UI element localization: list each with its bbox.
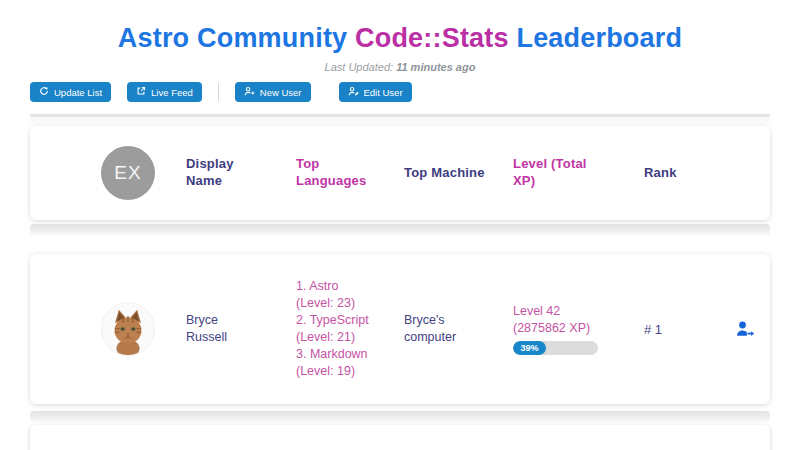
toolbar-right-group: New User Edit User — [235, 82, 412, 102]
language-name: 3. Markdown — [296, 346, 404, 363]
example-avatar-text: EX — [114, 162, 141, 184]
column-header-top-languages: Top Languages — [296, 156, 378, 190]
list-top-edge — [30, 114, 770, 117]
rank: # 1 — [644, 322, 734, 337]
external-link-icon — [136, 86, 146, 98]
column-header-rank: Rank — [644, 165, 726, 182]
title-part-community: Astro Community — [118, 23, 348, 53]
language-level: (Level: 23) — [296, 295, 404, 312]
column-header-level-xp: Level (Total XP) — [513, 156, 595, 190]
table-row-partial — [30, 425, 770, 450]
title-part-codestats: Code::Stats — [355, 23, 509, 53]
title-part-leaderboard: Leaderboard — [516, 23, 682, 53]
user-avatar-cell — [30, 302, 186, 356]
view-user-button[interactable] — [734, 319, 756, 339]
table-row: Bryce Russell 1. Astro (Level: 23) 2. Ty… — [30, 254, 770, 404]
live-feed-button[interactable]: Live Feed — [127, 82, 202, 102]
level-progress-label: 39% — [521, 342, 539, 354]
update-list-label: Update List — [54, 87, 102, 98]
edit-user-label: Edit User — [364, 87, 403, 98]
edit-user-button[interactable]: Edit User — [339, 82, 412, 102]
card-gap-shadow — [30, 411, 770, 422]
person-plus-icon — [244, 86, 255, 99]
card-gap-shadow — [30, 224, 770, 235]
row-actions — [734, 319, 770, 339]
example-avatar: EX — [101, 146, 155, 200]
user-avatar — [101, 302, 155, 356]
toolbar-left-group: Update List Live Feed — [30, 82, 202, 102]
person-arrow-icon — [734, 327, 756, 342]
cat-photo-illustration — [102, 303, 154, 355]
level-cell: Level 42 (2875862 XP) 39% — [513, 303, 644, 355]
top-languages: 1. Astro (Level: 23) 2. TypeScript (Leve… — [296, 278, 404, 379]
last-updated: Last Updated: 11 minutes ago — [0, 61, 800, 73]
display-name: Bryce Russell — [186, 312, 248, 346]
last-updated-label: Last Updated: — [325, 61, 394, 73]
language-name: 1. Astro — [296, 278, 404, 295]
language-name: 2. TypeScript — [296, 312, 404, 329]
language-level: (Level: 19) — [296, 363, 404, 380]
top-machine: Bryce's computer — [404, 312, 476, 346]
total-xp-text: (2875862 XP) — [513, 320, 644, 337]
level-text: Level 42 — [513, 303, 644, 320]
column-header-top-machine: Top Machine — [404, 165, 486, 182]
person-edit-icon — [348, 86, 359, 99]
toolbar: Update List Live Feed New U — [30, 82, 770, 102]
new-user-button[interactable]: New User — [235, 82, 311, 102]
leaderboard-list: EX Display Name Top Languages Top Machin… — [30, 114, 770, 450]
update-list-button[interactable]: Update List — [30, 82, 111, 102]
new-user-label: New User — [260, 87, 302, 98]
level-progress-fill: 39% — [513, 341, 546, 355]
example-avatar-cell: EX — [30, 146, 186, 200]
live-feed-label: Live Feed — [151, 87, 193, 98]
language-level: (Level: 21) — [296, 329, 404, 346]
column-header-display-name: Display Name — [186, 156, 268, 190]
level-progress-bar: 39% — [513, 341, 598, 355]
refresh-icon — [39, 86, 49, 98]
page-title: Astro Community Code::Stats Leaderboard — [0, 23, 800, 54]
table-header-card: EX Display Name Top Languages Top Machin… — [30, 126, 770, 220]
toolbar-divider — [218, 83, 219, 101]
last-updated-value: 11 minutes ago — [396, 61, 475, 73]
